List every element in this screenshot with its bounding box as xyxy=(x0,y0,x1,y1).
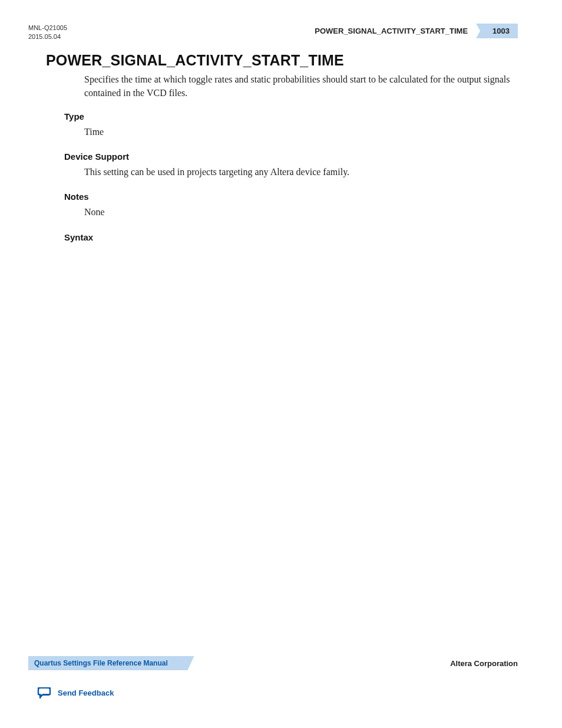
page-number: 1003 xyxy=(484,24,518,38)
page: MNL-Q21005 2015.05.04 POWER_SIGNAL_ACTIV… xyxy=(0,0,562,728)
section-label-device-support: Device Support xyxy=(64,151,512,162)
running-title: POWER_SIGNAL_ACTIVITY_START_TIME xyxy=(315,27,476,35)
section-body-type: Time xyxy=(84,125,512,139)
section-label-syntax: Syntax xyxy=(64,232,512,242)
decorative-slash xyxy=(186,656,196,670)
section-label-type: Type xyxy=(64,111,512,121)
send-feedback-link[interactable]: Send Feedback xyxy=(58,689,114,697)
page-title: POWER_SIGNAL_ACTIVITY_START_TIME xyxy=(46,52,518,69)
manual-title[interactable]: Quartus Settings File Reference Manual xyxy=(28,656,186,670)
doc-id: MNL-Q21005 xyxy=(28,24,67,32)
manual-title-chip: Quartus Settings File Reference Manual xyxy=(28,656,196,670)
footer-bar: Quartus Settings File Reference Manual A… xyxy=(28,656,518,670)
doc-date: 2015.05.04 xyxy=(28,32,67,41)
section-body-device-support: This setting can be used in projects tar… xyxy=(84,165,512,179)
feedback-row: Send Feedback xyxy=(37,686,518,700)
content-body: Specifies the time at which toggle rates… xyxy=(84,73,512,242)
page-footer: Quartus Settings File Reference Manual A… xyxy=(28,656,518,700)
header-meta: MNL-Q21005 2015.05.04 xyxy=(28,24,67,41)
header-right: POWER_SIGNAL_ACTIVITY_START_TIME 1003 xyxy=(315,24,518,38)
section-body-notes: None xyxy=(84,205,512,219)
page-number-chip: 1003 xyxy=(476,24,518,38)
comment-icon xyxy=(37,686,52,700)
intro-paragraph: Specifies the time at which toggle rates… xyxy=(84,73,512,100)
section-label-notes: Notes xyxy=(64,192,512,202)
page-header: MNL-Q21005 2015.05.04 POWER_SIGNAL_ACTIV… xyxy=(28,24,518,41)
company-name: Altera Corporation xyxy=(450,659,518,668)
